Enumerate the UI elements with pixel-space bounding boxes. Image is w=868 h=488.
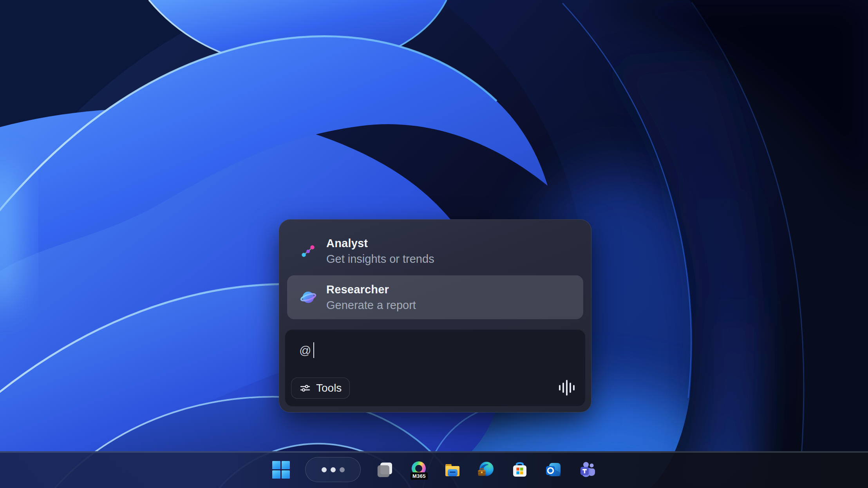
taskbar-center-group: M365 xyxy=(0,451,868,488)
suggestion-researcher[interactable]: Researcher Generate a report xyxy=(287,275,583,319)
taskbar-task-view-button[interactable] xyxy=(376,460,394,479)
suggestion-analyst[interactable]: Analyst Get insights or trends xyxy=(287,229,583,273)
teams-people-icon xyxy=(578,460,597,479)
outlook-o-icon xyxy=(544,460,563,479)
suggestion-title: Analyst xyxy=(326,236,434,250)
tools-button-label: Tools xyxy=(316,382,342,394)
store-bag-icon xyxy=(510,460,529,479)
suggestion-subtitle: Generate a report xyxy=(326,298,416,313)
folder-icon xyxy=(443,460,462,479)
loading-dot xyxy=(331,467,336,472)
taskbar-edge-button[interactable] xyxy=(477,460,495,479)
taskbar-store-button[interactable] xyxy=(510,460,529,479)
analyst-scatter-icon xyxy=(299,242,318,260)
m365-badge: M365 xyxy=(410,472,428,480)
desktop: Analyst Get insights or trends xyxy=(0,0,868,488)
researcher-planet-icon xyxy=(299,288,318,307)
taskbar-outlook-button[interactable] xyxy=(544,460,563,479)
taskbar-start-button[interactable] xyxy=(271,460,290,479)
voice-input-button[interactable] xyxy=(558,379,575,396)
suggestion-subtitle: Get insights or trends xyxy=(326,251,434,266)
text-cursor xyxy=(313,342,314,358)
loading-dot xyxy=(340,467,345,472)
prompt-input-card[interactable]: @ Tools xyxy=(285,329,586,407)
voice-waveform-icon xyxy=(559,385,561,390)
taskbar-file-explorer-button[interactable] xyxy=(443,460,462,479)
suggestion-title: Researcher xyxy=(326,282,416,296)
taskbar: M365 xyxy=(0,451,868,488)
taskbar-teams-button[interactable] xyxy=(578,460,597,479)
copilot-agent-popup: Analyst Get insights or trends xyxy=(279,219,591,412)
taskbar-search-loading-pill[interactable] xyxy=(305,457,361,482)
loading-dot xyxy=(322,467,327,472)
prompt-text: @ xyxy=(299,344,311,357)
prompt-input[interactable]: @ xyxy=(299,342,314,358)
sliders-icon xyxy=(299,382,311,394)
taskbar-m365-copilot-button[interactable]: M365 xyxy=(409,460,428,479)
edge-swirl-briefcase-icon xyxy=(477,460,495,479)
windows-start-icon xyxy=(272,461,290,479)
tools-button[interactable]: Tools xyxy=(291,378,350,399)
